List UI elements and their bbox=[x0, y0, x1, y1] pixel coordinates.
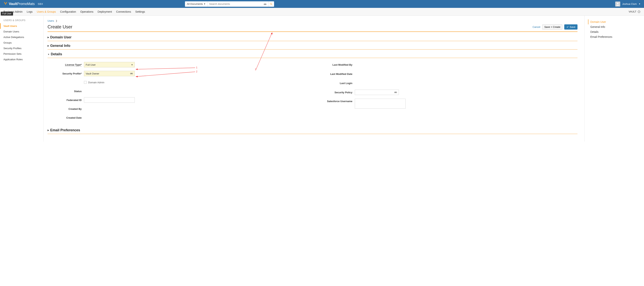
search-input[interactable] bbox=[208, 3, 262, 5]
sidebar-item-active-delegations[interactable]: Active Delegations bbox=[0, 34, 44, 40]
arrow-circle-icon bbox=[638, 10, 640, 13]
toc-domain-user[interactable]: Domain User bbox=[588, 19, 640, 24]
nav-deployment[interactable]: Deployment bbox=[98, 10, 112, 13]
main-area: USERS & GROUPS Vault Users Domain Users … bbox=[0, 16, 644, 142]
salesforce-username-label: Salesforce Username bbox=[316, 99, 355, 103]
section-general-info[interactable]: ▶ General Info bbox=[48, 41, 578, 50]
content: Users ❯ Create User Cancel Save + Create… bbox=[44, 16, 584, 142]
last-login-label: Last Login bbox=[316, 82, 355, 85]
avatar-icon bbox=[615, 2, 620, 7]
toc-general-info[interactable]: General Info bbox=[588, 24, 640, 29]
caret-down-icon: ▼ bbox=[131, 64, 133, 66]
caret-down-icon: ▼ bbox=[639, 3, 640, 5]
breadcrumb: Users ❯ bbox=[48, 19, 578, 22]
section-email-preferences[interactable]: ▶ Email Preferences bbox=[48, 125, 578, 134]
caret-down-icon: ▼ bbox=[204, 3, 206, 5]
save-button[interactable]: Save bbox=[564, 24, 578, 30]
details-left-column: License Type* Full User ▼ Security Profi… bbox=[50, 62, 309, 124]
vault-switch-link[interactable]: VAULT bbox=[629, 10, 640, 13]
details-form: License Type* Full User ▼ Security Profi… bbox=[48, 58, 578, 125]
search-button[interactable] bbox=[268, 1, 274, 7]
security-profile-label: Security Profile* bbox=[50, 72, 84, 75]
security-policy-label: Security Policy bbox=[316, 91, 355, 94]
nav-logs[interactable]: Logs bbox=[27, 10, 32, 13]
sidebar-title: USERS & GROUPS bbox=[0, 18, 44, 23]
logo-mark-icon bbox=[4, 1, 8, 7]
status-label: Status bbox=[50, 90, 84, 93]
page-actions: Cancel Save + Create Save bbox=[532, 24, 578, 30]
triangle-down-icon: ▼ bbox=[48, 53, 50, 56]
search-scope-dropdown[interactable]: All Documents ▼ bbox=[185, 1, 208, 7]
federated-id-label: Federated ID bbox=[50, 99, 84, 101]
search-scope-label: All Documents bbox=[187, 3, 203, 5]
triangle-right-icon: ▶ bbox=[48, 45, 49, 47]
nav-settings[interactable]: Settings bbox=[135, 10, 145, 13]
toc-email-preferences[interactable]: Email Preferences bbox=[588, 34, 640, 39]
check-icon bbox=[566, 26, 569, 28]
sidebar-item-security-profiles[interactable]: Security Profiles bbox=[0, 46, 44, 51]
page-header: Create User Cancel Save + Create Save bbox=[48, 24, 578, 32]
triangle-right-icon: ▶ bbox=[48, 36, 49, 39]
search-bar: All Documents ▼ bbox=[185, 1, 274, 7]
section-toc: Domain User General Info Details Email P… bbox=[584, 16, 644, 142]
user-menu[interactable]: Joshua Clum ▼ bbox=[615, 2, 640, 7]
sidebar-item-groups[interactable]: Groups bbox=[0, 40, 44, 46]
triangle-right-icon: ▶ bbox=[48, 129, 49, 131]
license-type-select[interactable]: Full User ▼ bbox=[84, 62, 135, 67]
details-right-column: Last Modified By Last Modified Date Last… bbox=[316, 62, 576, 124]
toc-details[interactable]: Details bbox=[588, 29, 640, 34]
env-badge: SBX bbox=[38, 3, 43, 5]
breadcrumb-root[interactable]: Users bbox=[48, 19, 54, 22]
last-modified-date-label: Last Modified Date bbox=[316, 73, 355, 75]
primary-nav: Full User Business Admin Logs Users & Gr… bbox=[0, 8, 644, 16]
svg-point-4 bbox=[638, 11, 640, 13]
nav-users-groups[interactable]: Users & Groups bbox=[37, 10, 56, 13]
sidebar: USERS & GROUPS Vault Users Domain Users … bbox=[0, 16, 44, 142]
nav-connections[interactable]: Connections bbox=[116, 10, 131, 13]
federated-id-input[interactable] bbox=[84, 97, 135, 103]
sidebar-item-domain-users[interactable]: Domain Users bbox=[0, 29, 44, 34]
created-date-label: Created Date bbox=[50, 116, 84, 119]
tooltip: Full User bbox=[1, 12, 13, 16]
security-profile-lookup[interactable]: Vault Owner bbox=[84, 71, 135, 76]
nav-operations[interactable]: Operations bbox=[80, 10, 93, 13]
user-name: Joshua Clum bbox=[622, 3, 637, 5]
cancel-link[interactable]: Cancel bbox=[532, 26, 540, 28]
domain-admin-checkbox[interactable]: Domain Admin bbox=[84, 81, 309, 84]
section-domain-user[interactable]: ▶ Domain User bbox=[48, 33, 578, 41]
brand-name: VaultPromoMats bbox=[9, 2, 35, 6]
sidebar-item-permission-sets[interactable]: Permission Sets bbox=[0, 51, 44, 57]
brand-logo: VaultPromoMats SBX bbox=[4, 1, 43, 7]
last-modified-by-label: Last Modified By bbox=[316, 63, 355, 66]
nav-configuration[interactable]: Configuration bbox=[60, 10, 76, 13]
svg-point-2 bbox=[270, 3, 272, 5]
top-bar: VaultPromoMats SBX All Documents ▼ Joshu… bbox=[0, 0, 644, 8]
save-create-button[interactable]: Save + Create bbox=[542, 24, 562, 30]
binoculars-icon bbox=[130, 72, 133, 75]
sidebar-item-application-roles[interactable]: Application Roles bbox=[0, 57, 44, 62]
page-title: Create User bbox=[48, 24, 72, 30]
binoculars-icon bbox=[394, 91, 397, 94]
sidebar-item-vault-users[interactable]: Vault Users bbox=[0, 23, 44, 29]
chevron-right-icon: ❯ bbox=[56, 20, 57, 22]
salesforce-username-input[interactable] bbox=[355, 99, 406, 109]
license-type-label: License Type* bbox=[50, 63, 84, 66]
security-policy-lookup[interactable] bbox=[355, 90, 399, 95]
binoculars-icon[interactable] bbox=[262, 3, 268, 6]
svg-point-3 bbox=[617, 3, 618, 4]
created-by-label: Created By bbox=[50, 107, 84, 110]
checkbox-icon bbox=[84, 81, 87, 84]
section-details[interactable]: ▼ Details bbox=[48, 50, 578, 58]
